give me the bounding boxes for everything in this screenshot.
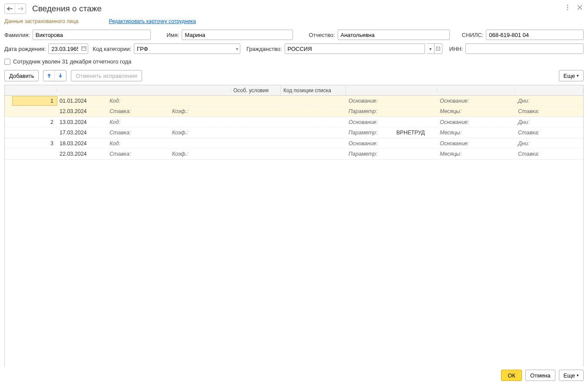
forward-button[interactable] <box>15 4 26 13</box>
citizenship-select[interactable] <box>285 43 425 54</box>
stavka-label: Ставка: <box>110 108 172 114</box>
move-up-button[interactable] <box>43 70 55 81</box>
more-button-footer[interactable]: Еще ▾ <box>559 370 584 381</box>
add-button[interactable]: Добавить <box>4 70 39 81</box>
mesyacy-label: Месяцы: <box>437 150 515 158</box>
move-buttons <box>43 70 66 81</box>
th-num <box>5 89 57 92</box>
svg-point-2 <box>567 9 568 10</box>
th-basis2 <box>437 89 515 92</box>
row-date-end: 12.03.2024 <box>57 107 107 116</box>
parametr-label: Параметр: <box>349 151 388 157</box>
page-title: Сведения о стаже <box>32 4 102 13</box>
back-button[interactable] <box>5 4 15 13</box>
stavka-label: Ставка: <box>110 151 172 157</box>
koef-label: Коэф.: <box>172 108 228 114</box>
inn-label: ИНН: <box>449 46 463 52</box>
koef-label: Коэф.: <box>172 151 228 157</box>
th-period <box>57 89 231 92</box>
citizenship-dropdown-button[interactable]: ▾ <box>427 43 435 54</box>
row-date-start: 01.01.2024 <box>57 97 107 105</box>
open-icon <box>436 47 440 51</box>
koef-label: Коэф.: <box>172 130 228 136</box>
patronymic-label: Отчество: <box>309 32 335 38</box>
row-num: 2 <box>5 118 57 127</box>
osnovanie2-label: Основание: <box>437 118 515 127</box>
arrow-left-icon <box>7 7 13 11</box>
patronymic-input[interactable] <box>338 30 450 40</box>
snils-label: СНИЛС: <box>462 32 484 38</box>
move-down-button[interactable] <box>55 70 66 81</box>
svg-point-0 <box>567 5 568 6</box>
name-input[interactable] <box>182 30 293 40</box>
surname-input[interactable] <box>33 30 151 40</box>
parametr-label: Параметр: <box>349 108 388 114</box>
stavka2-label: Ставка: <box>515 150 550 158</box>
row-num[interactable]: 1 <box>13 97 57 105</box>
kebab-menu-icon[interactable] <box>565 4 571 10</box>
table-row[interactable]: 3 18.03.2024 Код: Основание: Основание: … <box>5 138 583 160</box>
mesyacy-label: Месяцы: <box>437 128 515 137</box>
dni-label: Дни: <box>515 139 550 148</box>
osnovanie2-label: Основание: <box>437 97 515 105</box>
citizenship-open-button[interactable] <box>435 43 442 54</box>
th-days <box>515 89 583 92</box>
kod-label: Код: <box>110 140 175 147</box>
edit-employee-link[interactable]: Редактировать карточку сотрудника <box>109 18 196 24</box>
dismissed-label: Сотрудник уволен 31 декабря отчетного го… <box>13 58 131 65</box>
more-label: Еще <box>564 372 575 379</box>
more-button-toolbar[interactable]: Еще ▾ <box>559 70 584 81</box>
stavka2-label: Ставка: <box>515 128 550 137</box>
insured-person-label: Данные застрахованного лица <box>4 18 78 24</box>
inn-input[interactable] <box>465 43 584 54</box>
mesyacy-label: Месяцы: <box>437 107 515 116</box>
th-position: Код позиции списка <box>281 86 346 95</box>
svg-point-1 <box>567 7 568 8</box>
birthdate-label: Дата рождения: <box>4 46 46 52</box>
th-basis1 <box>346 89 437 92</box>
parametr-label: Параметр: <box>349 130 388 136</box>
cancel-button[interactable]: Отмена <box>525 370 555 381</box>
close-icon[interactable] <box>577 4 583 10</box>
ok-button[interactable]: ОК <box>501 370 522 381</box>
nav-buttons <box>4 3 26 14</box>
row-date-end: 22.03.2024 <box>57 150 107 158</box>
kod-label: Код: <box>110 119 175 125</box>
osnovanie-label: Основание: <box>349 140 388 147</box>
more-label: Еще <box>564 73 575 79</box>
surname-label: Фамилия: <box>4 32 30 38</box>
table-row[interactable]: 2 13.03.2024 Код: Основание: Основание: … <box>5 117 583 138</box>
citizenship-label: Гражданство: <box>246 46 282 52</box>
stavka-label: Ставка: <box>110 130 172 136</box>
osnovanie-label: Основание: <box>349 98 388 104</box>
row-date-end: 17.03.2024 <box>57 128 107 137</box>
osnovanie2-label: Основание: <box>437 139 515 148</box>
category-label: Код категории: <box>93 46 131 52</box>
osnovanie-label: Основание: <box>349 119 388 125</box>
dismissed-checkbox[interactable] <box>4 59 10 65</box>
dni-label: Дни: <box>515 118 550 127</box>
arrow-down-icon <box>58 73 63 78</box>
table-row[interactable]: 1 01.01.2024 Код: Основание: Основание: … <box>5 96 583 117</box>
row-num: 3 <box>5 139 57 148</box>
chevron-down-icon: ▾ <box>577 73 579 78</box>
category-select[interactable] <box>134 43 240 54</box>
arrow-right-icon <box>17 7 23 11</box>
row-date-start: 18.03.2024 <box>57 139 107 148</box>
dni-label: Дни: <box>515 97 550 105</box>
snils-input[interactable] <box>486 30 584 40</box>
kod-label: Код: <box>110 98 175 104</box>
experience-table: Особ. условия Код позиции списка 1 01.01… <box>4 85 584 373</box>
cancel-corrections-button[interactable]: Отменить исправления <box>71 70 142 81</box>
name-label: Имя: <box>166 32 179 38</box>
row-date-start: 13.03.2024 <box>57 118 107 127</box>
th-conditions: Особ. условия <box>231 86 281 95</box>
birthdate-input[interactable] <box>48 43 88 54</box>
arrow-up-icon <box>47 73 51 78</box>
table-header: Особ. условия Код позиции списка <box>5 85 583 96</box>
chevron-down-icon: ▾ <box>577 373 579 377</box>
stavka2-label: Ставка: <box>515 107 550 116</box>
